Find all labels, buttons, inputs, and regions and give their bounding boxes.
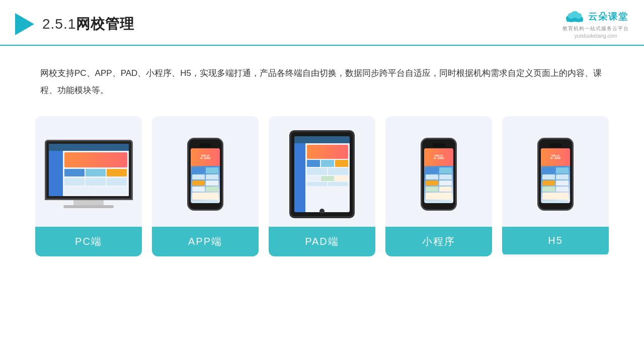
h5-device-mockup: 职通人的第一堂网课 — [537, 138, 574, 211]
arrow-logo-icon — [15, 13, 34, 35]
brand-url: yunduoketang.com — [575, 33, 617, 39]
card-app-label: APP端 — [152, 227, 259, 256]
card-app-image: 职通人的第一堂网课 — [152, 116, 259, 227]
cloud-icon — [563, 9, 585, 24]
description-text: 网校支持PC、APP、PAD、小程序、H5，实现多端打通，产品各终端自由切换，数… — [0, 46, 644, 111]
brand-logo: 云朵课堂 教育机构一站式服务云平台 yunduoketang.com — [562, 9, 629, 39]
card-pad: PAD端 — [269, 116, 375, 256]
miniapp-device-mockup: 职通人的第一堂网课 — [421, 138, 457, 211]
pad-device-mockup — [289, 130, 355, 218]
card-pad-label: PAD端 — [269, 227, 375, 256]
card-pc-image — [35, 116, 142, 227]
cloud-logo-container: 云朵课堂 — [563, 9, 628, 24]
card-h5: 职通人的第一堂网课 — [502, 116, 609, 256]
card-pad-image — [269, 116, 375, 227]
page-header: 2.5.1网校管理 云朵课堂 教育机构一站式服务云平台 yunduoketang… — [0, 0, 644, 46]
pc-device-mockup — [45, 140, 133, 208]
section-number: 2.5.1 — [42, 16, 76, 32]
header-left: 2.5.1网校管理 — [15, 13, 134, 35]
card-miniapp-image: 职通人的第一堂网课 — [385, 116, 492, 227]
brand-tagline: 教育机构一站式服务云平台 — [562, 25, 629, 32]
title-text: 网校管理 — [76, 16, 134, 32]
card-h5-image: 职通人的第一堂网课 — [502, 116, 609, 227]
brand-name: 云朵课堂 — [588, 11, 628, 23]
description-paragraph: 网校支持PC、APP、PAD、小程序、H5，实现多端打通，产品各终端自由切换，数… — [40, 65, 604, 99]
device-cards-container: PC端 职通人的第一堂网课 — [0, 111, 644, 256]
card-h5-label: H5 — [502, 227, 609, 254]
card-pc: PC端 — [35, 116, 142, 256]
app-device-mockup: 职通人的第一堂网课 — [187, 138, 223, 211]
card-app: 职通人的第一堂网课 — [152, 116, 259, 256]
card-pc-label: PC端 — [35, 227, 142, 256]
card-miniapp-label: 小程序 — [385, 227, 492, 256]
svg-rect-3 — [567, 18, 583, 22]
svg-point-6 — [575, 13, 582, 19]
page-title: 2.5.1网校管理 — [42, 15, 134, 34]
card-miniapp: 职通人的第一堂网课 — [385, 116, 492, 256]
